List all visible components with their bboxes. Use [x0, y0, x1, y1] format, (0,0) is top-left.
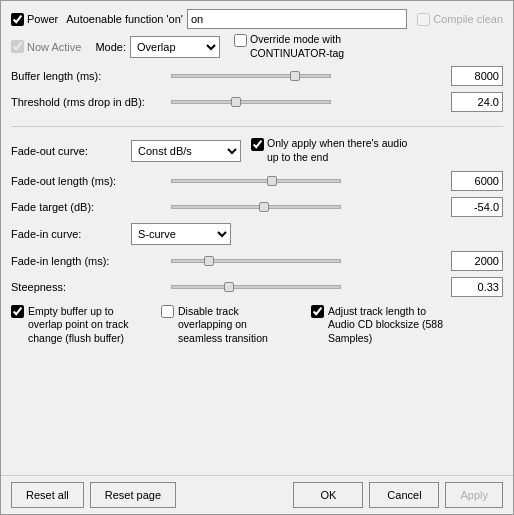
fade-target-row: Fade target (dB): -54.0 [11, 197, 503, 217]
buffer-length-row: Buffer length (ms): 8000 [11, 66, 503, 86]
steepness-slider[interactable] [171, 285, 341, 289]
fade-target-value: -54.0 [451, 197, 503, 217]
steepness-value: 0.33 [451, 277, 503, 297]
steepness-row: Steepness: 0.33 [11, 277, 503, 297]
bottom-checkboxes: Empty buffer up to overlap point on trac… [11, 305, 503, 346]
buffer-length-value: 8000 [451, 66, 503, 86]
fade-in-length-row: Fade-in length (ms): 2000 [11, 251, 503, 271]
power-checkbox-label[interactable]: Power [11, 13, 58, 26]
fade-out-length-value: 6000 [451, 171, 503, 191]
fade-out-curve-select[interactable]: Const dB/s Linear S-curve [131, 140, 241, 162]
autoenable-input[interactable] [187, 9, 407, 29]
fade-out-length-label: Fade-out length (ms): [11, 175, 171, 187]
compile-clean-text: Compile clean [433, 13, 503, 25]
button-row: Reset all Reset page OK Cancel Apply [1, 475, 513, 514]
power-autoenable-row: Power Autoenable function 'on' Compile c… [11, 9, 503, 29]
buffer-length-label: Buffer length (ms): [11, 70, 171, 82]
fade-target-slider[interactable] [171, 205, 341, 209]
now-active-label: Now Active [11, 40, 81, 53]
only-apply-label[interactable]: Only apply when there's audio up to the … [251, 137, 421, 164]
apply-button[interactable]: Apply [445, 482, 503, 508]
threshold-row: Threshold (rms drop in dB): 24.0 [11, 92, 503, 112]
mode-label: Mode: [95, 41, 126, 53]
threshold-slider-container [171, 100, 451, 104]
ok-button[interactable]: OK [293, 482, 363, 508]
disable-track-checkbox[interactable] [161, 305, 174, 318]
mode-row: Now Active Mode: Overlap Crossfade None … [11, 33, 503, 60]
now-active-checkbox[interactable] [11, 40, 24, 53]
adjust-track-checkbox[interactable] [311, 305, 324, 318]
buffer-length-slider[interactable] [171, 74, 331, 78]
fade-in-length-slider-container [171, 259, 451, 263]
fade-in-curve-select[interactable]: S-curve Const dB/s Linear [131, 223, 231, 245]
fade-in-length-value: 2000 [451, 251, 503, 271]
fade-in-curve-row: Fade-in curve: S-curve Const dB/s Linear [11, 223, 503, 245]
disable-track-label[interactable]: Disable track overlapping on seamless tr… [161, 305, 291, 346]
only-apply-checkbox[interactable] [251, 138, 264, 151]
compile-clean-label: Compile clean [417, 13, 503, 26]
power-label: Power [27, 13, 58, 25]
threshold-slider[interactable] [171, 100, 331, 104]
dialog: Power Autoenable function 'on' Compile c… [0, 0, 514, 515]
threshold-value: 24.0 [451, 92, 503, 112]
fade-out-curve-row: Fade-out curve: Const dB/s Linear S-curv… [11, 137, 503, 164]
threshold-label: Threshold (rms drop in dB): [11, 96, 171, 108]
autoenable-label: Autoenable function 'on' [66, 13, 183, 25]
power-checkbox[interactable] [11, 13, 24, 26]
empty-buffer-label[interactable]: Empty buffer up to overlap point on trac… [11, 305, 141, 346]
steepness-label: Steepness: [11, 281, 171, 293]
fade-in-length-label: Fade-in length (ms): [11, 255, 171, 267]
override-checkbox[interactable] [234, 34, 247, 47]
disable-track-text: Disable track overlapping on seamless tr… [178, 305, 291, 346]
fade-out-length-slider-container [171, 179, 451, 183]
fade-out-length-row: Fade-out length (ms): 6000 [11, 171, 503, 191]
fade-out-curve-label: Fade-out curve: [11, 145, 131, 157]
fade-target-slider-container [171, 205, 451, 209]
steepness-slider-container [171, 285, 451, 289]
fade-target-label: Fade target (dB): [11, 201, 171, 213]
only-apply-text: Only apply when there's audio up to the … [267, 137, 421, 164]
compile-clean-checkbox[interactable] [417, 13, 430, 26]
override-label[interactable]: Override mode with CONTINUATOR-tag [234, 33, 414, 60]
fade-out-length-slider[interactable] [171, 179, 341, 183]
buffer-length-slider-container [171, 74, 451, 78]
override-text: Override mode with CONTINUATOR-tag [250, 33, 414, 60]
now-active-text: Now Active [27, 41, 81, 53]
fade-in-length-slider[interactable] [171, 259, 341, 263]
reset-all-button[interactable]: Reset all [11, 482, 84, 508]
adjust-track-text: Adjust track length to Audio CD blocksiz… [328, 305, 451, 346]
cancel-button[interactable]: Cancel [369, 482, 439, 508]
adjust-track-label[interactable]: Adjust track length to Audio CD blocksiz… [311, 305, 451, 346]
empty-buffer-text: Empty buffer up to overlap point on trac… [28, 305, 141, 346]
fade-in-curve-label: Fade-in curve: [11, 228, 131, 240]
section-divider-1 [11, 126, 503, 127]
reset-page-button[interactable]: Reset page [90, 482, 176, 508]
empty-buffer-checkbox[interactable] [11, 305, 24, 318]
mode-select[interactable]: Overlap Crossfade None [130, 36, 220, 58]
content-area: Power Autoenable function 'on' Compile c… [1, 1, 513, 475]
